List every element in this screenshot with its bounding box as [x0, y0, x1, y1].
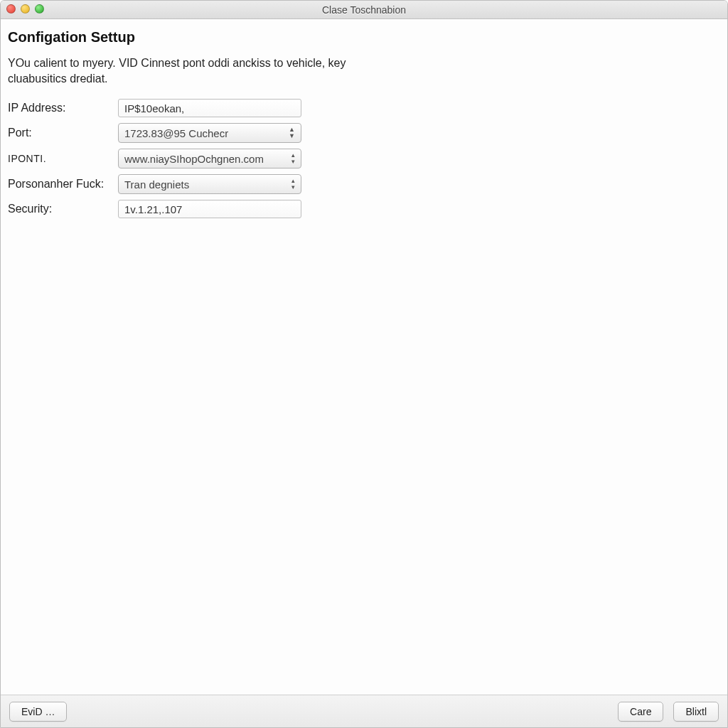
label-porsonanher: Porsonanher Fuck:	[8, 178, 118, 191]
row-port: Port: 1723.83@95 Cuchecr ▲▼	[8, 123, 716, 143]
row-iponti: IPONTI. www.niaySIhopOchgnen.com ▴▾	[8, 149, 716, 168]
zoom-icon[interactable]	[35, 4, 44, 14]
blixtl-button[interactable]: Blixtl	[673, 702, 719, 722]
iponti-value: www.niaySIhopOchgnen.com	[124, 153, 264, 165]
label-iponti: IPONTI.	[8, 153, 118, 164]
label-ip-address: IP Address:	[8, 102, 118, 114]
port-value: 1723.83@95 Cuchecr	[124, 127, 228, 139]
titlebar: Clase Toschnabion	[1, 1, 727, 19]
iponti-combo[interactable]: www.niaySIhopOchgnen.com ▴▾	[118, 149, 301, 168]
window-title: Clase Toschnabion	[322, 4, 406, 16]
security-input[interactable]	[118, 200, 301, 218]
window: Clase Toschnabion Configation Settup YOu…	[0, 0, 728, 728]
footer-right: Care Blixtl	[618, 702, 719, 722]
row-ip-address: IP Address:	[8, 99, 716, 117]
care-button-label: Care	[630, 706, 651, 717]
ip-address-input[interactable]	[118, 99, 301, 117]
chevron-updown-icon: ▴▾	[289, 152, 295, 165]
row-security: Security:	[8, 200, 716, 218]
row-porsonanher: Porsonanher Fuck: Tran degniets ▴▾	[8, 174, 716, 194]
chevron-updown-icon: ▴▾	[289, 178, 295, 191]
content-area: Configation Settup YOu calient to myery.…	[1, 19, 727, 695]
label-port: Port:	[8, 127, 118, 139]
window-controls	[6, 4, 44, 14]
porsonanher-value: Tran degniets	[124, 178, 189, 191]
minimize-icon[interactable]	[21, 4, 30, 14]
blixtl-button-label: Blixtl	[685, 706, 707, 717]
label-security: Security:	[8, 203, 118, 215]
evid-button[interactable]: EviD …	[9, 702, 67, 722]
evid-button-label: EviD …	[21, 706, 55, 717]
port-combo[interactable]: 1723.83@95 Cuchecr ▲▼	[118, 123, 301, 143]
care-button[interactable]: Care	[618, 702, 663, 722]
chevron-updown-icon: ▲▼	[286, 127, 295, 139]
footer: EviD … Care Blixtl	[1, 695, 727, 727]
page-title: Configation Settup	[8, 29, 716, 46]
close-icon[interactable]	[6, 4, 16, 14]
porsonanher-combo[interactable]: Tran degniets ▴▾	[118, 174, 301, 194]
page-description: YOu calient to myery. VID Cinnest pont o…	[8, 55, 406, 86]
